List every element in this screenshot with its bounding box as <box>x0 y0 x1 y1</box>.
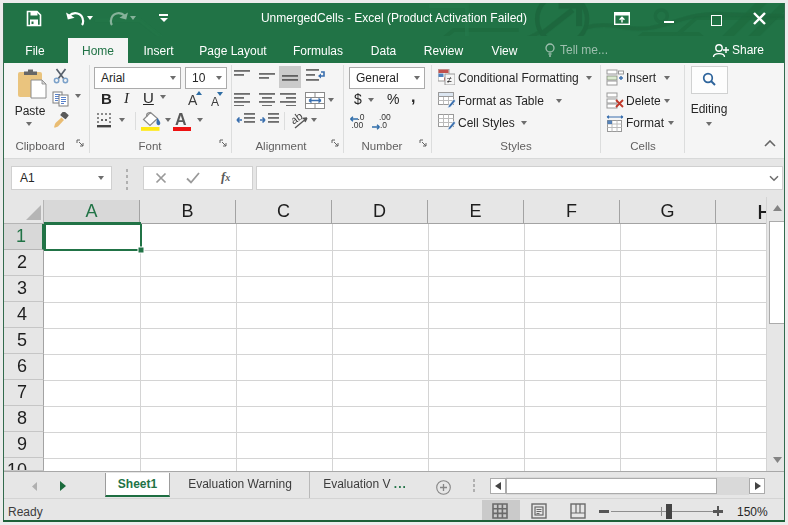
svg-text:≠: ≠ <box>447 75 452 85</box>
